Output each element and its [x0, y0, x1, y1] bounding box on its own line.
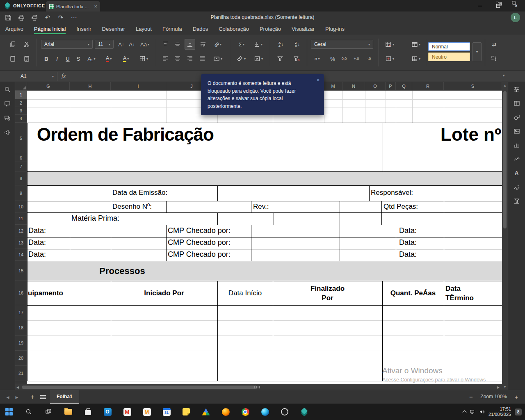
mail-button-1[interactable]: M	[122, 407, 132, 417]
row-header-19[interactable]: 19	[15, 336, 27, 351]
menu-tab-colaboracao[interactable]: Colaboração	[219, 24, 249, 34]
quick-print-button[interactable]	[30, 13, 39, 23]
font-color-button[interactable]: A	[102, 53, 116, 64]
undo-button[interactable]: ↶	[43, 13, 52, 23]
row-header-13[interactable]: 13	[15, 237, 27, 249]
zoom-out-button[interactable]: −	[467, 393, 475, 400]
bold-button[interactable]: B	[41, 53, 52, 64]
search-menu-button[interactable]	[511, 0, 518, 7]
column-header-i[interactable]: I	[111, 82, 166, 90]
replace-button[interactable]: ⇄	[489, 39, 500, 50]
cell-style-neutral[interactable]: Neutro	[428, 52, 470, 61]
row-header-16[interactable]: 16	[15, 281, 27, 305]
redo-button[interactable]: ↷	[56, 13, 66, 23]
merge-cells-button[interactable]	[211, 53, 225, 64]
row-header-17[interactable]: 17	[15, 305, 27, 320]
justify-button[interactable]	[197, 53, 208, 64]
row-header-7[interactable]: 7	[15, 162, 27, 171]
prev-sheet-button[interactable]: ◂	[3, 393, 12, 402]
column-header-q[interactable]: Q	[396, 82, 412, 90]
menu-tab-visualizar[interactable]: Visualizar	[292, 24, 315, 34]
align-middle-button[interactable]	[172, 39, 183, 50]
conditional-format-button[interactable]	[382, 39, 397, 50]
signature-settings-button[interactable]	[511, 182, 522, 192]
increase-decimal-button[interactable]: +.0	[351, 53, 362, 64]
scroll-left-icon[interactable]: ◀	[16, 386, 19, 389]
copy-button[interactable]	[7, 39, 18, 50]
scroll-down-button[interactable]: ▼	[502, 384, 508, 390]
taskbar-clock[interactable]: 17:51 21/08/2025	[488, 406, 511, 417]
sheet-list-button[interactable]	[39, 393, 48, 402]
cut-button[interactable]	[21, 39, 32, 50]
scroll-up-icon[interactable]: ▲	[502, 84, 508, 87]
column-header-s[interactable]: S	[444, 82, 502, 90]
orientation-button[interactable]: ab	[211, 39, 225, 50]
comments-button[interactable]	[2, 98, 13, 109]
insert-cells-button[interactable]	[382, 53, 397, 64]
fill-button[interactable]	[251, 39, 265, 50]
align-bottom-button[interactable]	[185, 39, 195, 50]
insert-table-button[interactable]	[409, 53, 423, 64]
scroll-right-icon[interactable]: ▶	[497, 386, 500, 389]
name-box[interactable]: A1	[16, 72, 57, 81]
menu-tab-pagina-inicial[interactable]: Página Inicial	[34, 24, 66, 34]
filter-button[interactable]	[275, 53, 285, 64]
more-actions-button[interactable]: ⋯	[69, 13, 79, 23]
network-icon[interactable]	[470, 409, 475, 415]
column-header-p[interactable]: P	[386, 82, 396, 90]
menu-tab-dados[interactable]: Dados	[193, 24, 208, 34]
drive-button[interactable]	[201, 407, 211, 417]
chrome-button[interactable]	[240, 407, 250, 417]
column-header-n[interactable]: N	[342, 82, 365, 90]
menu-tab-arquivo[interactable]: Arquivo	[5, 24, 23, 34]
style-gallery-button[interactable]: ▾	[472, 42, 482, 61]
notification-count-badge[interactable]: 8	[515, 409, 522, 415]
sparkline-settings-button[interactable]	[511, 154, 522, 164]
borders-button[interactable]	[136, 53, 151, 64]
menu-tab-formula[interactable]: Fórmula	[162, 24, 182, 34]
row-header-4[interactable]: 4	[15, 115, 27, 123]
row-header-20[interactable]: 20	[15, 351, 27, 366]
row-header-5[interactable]: 5	[15, 123, 27, 154]
sort-descending-button[interactable]: ZA↓	[291, 39, 304, 50]
align-right-button[interactable]	[185, 53, 195, 64]
accounting-style-button[interactable]: ¤	[310, 53, 324, 64]
strikethrough-button[interactable]: S	[73, 53, 84, 64]
firefox-button[interactable]	[221, 407, 231, 417]
column-header-m[interactable]: M	[324, 82, 342, 90]
column-header-h[interactable]: H	[70, 82, 111, 90]
cell-style-normal[interactable]: Normal	[428, 42, 470, 51]
row-header-3[interactable]: 3	[15, 107, 27, 115]
mail-button-2[interactable]: M	[142, 407, 152, 417]
chat-button[interactable]	[2, 113, 13, 123]
row-header-8[interactable]: 8	[15, 171, 27, 185]
highlight-color-button[interactable]: A	[119, 53, 133, 64]
menu-tab-protecao[interactable]: Proteção	[260, 24, 281, 34]
menu-tab-plugins[interactable]: Plug-ins	[325, 24, 345, 34]
row-header-6[interactable]: 6	[15, 154, 27, 162]
column-header-r[interactable]: R	[412, 82, 444, 90]
row-header-18[interactable]: 18	[15, 320, 27, 336]
table-settings-button[interactable]	[511, 98, 522, 108]
menu-tab-desenhar[interactable]: Desenhar	[102, 24, 125, 34]
notification-close-icon[interactable]: ×	[317, 77, 320, 83]
italic-button[interactable]: I	[52, 53, 62, 64]
paste-button[interactable]	[7, 53, 18, 64]
comma-style-button[interactable]: 0,0	[339, 53, 349, 64]
column-header-g[interactable]: G	[27, 82, 70, 90]
clear-button[interactable]	[234, 53, 249, 64]
menu-tab-inserir[interactable]: Inserir	[76, 24, 91, 34]
vertical-scrollbar[interactable]: ▲	[502, 82, 508, 384]
select-all-corner[interactable]	[15, 82, 27, 91]
percent-style-button[interactable]: %	[327, 53, 338, 64]
document-tab[interactable]: Planilha toda ... ×	[46, 1, 100, 11]
row-header-2[interactable]: 2	[15, 99, 27, 107]
vertical-scroll-thumb[interactable]	[503, 91, 507, 228]
sheet-search-button[interactable]	[2, 84, 13, 94]
underline-button[interactable]: U	[62, 53, 73, 64]
chart-settings-button[interactable]	[511, 140, 522, 150]
text-art-settings-button[interactable]: A	[511, 168, 522, 178]
autosum-button[interactable]: Σ	[235, 39, 249, 50]
feedback-button[interactable]	[2, 127, 13, 137]
align-left-button[interactable]	[160, 53, 171, 64]
